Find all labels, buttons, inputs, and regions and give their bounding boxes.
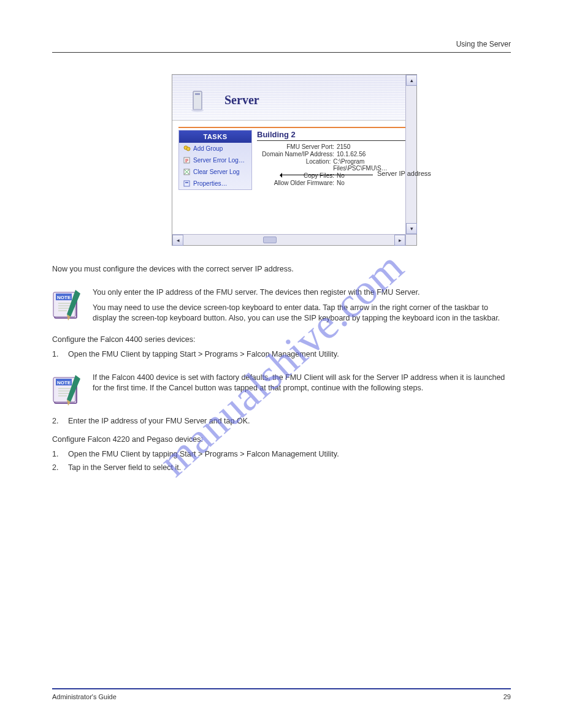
scroll-grip[interactable]: [263, 237, 277, 243]
step-text: Tap in the Server field to select it.: [68, 463, 181, 472]
header-rule: [52, 52, 511, 53]
detail-row: FMU Server Port:2150: [257, 143, 416, 150]
page: Using the Server Server TASKS Add Group …: [0, 0, 563, 501]
config-heading: Configure Falcon 4220 and Pegaso devices…: [52, 434, 511, 444]
note-block: NOTE If the Falcon 4400 device is set wi…: [52, 373, 511, 409]
task-error-log[interactable]: Server Error Log…: [179, 154, 251, 166]
detail-val: 2150: [337, 143, 350, 150]
task-add-group[interactable]: Add Group: [179, 143, 251, 154]
detail-key: Location:: [257, 158, 333, 172]
detail-key: FMU Server Port:: [257, 143, 337, 150]
footer-rule: [52, 688, 511, 689]
scroll-down-icon[interactable]: ▾: [406, 223, 417, 234]
server-details: Building 2 FMU Server Port:2150 Domain N…: [252, 130, 416, 190]
task-label: Server Error Log…: [193, 157, 245, 164]
svg-rect-1: [195, 93, 200, 95]
screenshot-title: Server: [224, 93, 259, 107]
detail-row: Allow Older Firmware:No: [257, 180, 416, 186]
para-intro: Now you must configure the devices with …: [52, 264, 511, 274]
clear-log-icon: [183, 168, 191, 176]
config-heading: Configure the Falcon 4400 series devices…: [52, 335, 511, 344]
tasks-header: TASKS: [179, 131, 251, 143]
scroll-corner: [405, 234, 416, 245]
scroll-right-icon[interactable]: ▸: [394, 235, 405, 246]
step-number: 2.: [52, 463, 63, 472]
scroll-left-icon[interactable]: ◂: [172, 235, 183, 246]
scroll-up-icon[interactable]: ▴: [406, 75, 417, 86]
properties-icon: [183, 180, 191, 188]
step-number: 2.: [52, 416, 63, 426]
screenshot-body: TASKS Add Group Server Error Log… Clear …: [172, 128, 416, 190]
details-heading: Building 2: [257, 130, 416, 141]
server-icon: [191, 90, 207, 112]
detail-key: Allow Older Firmware:: [257, 180, 337, 186]
error-log-icon: [183, 156, 191, 164]
page-footer: Administrator's Guide 29: [52, 688, 511, 700]
note-icon: NOTE: [52, 287, 84, 324]
detail-val: No: [337, 172, 345, 179]
body-text: Now you must configure the devices with …: [52, 264, 511, 473]
step-text: Open the FMU Client by tapping Start > P…: [68, 349, 339, 359]
callout-arrow: [281, 175, 373, 175]
note-text: If the Falcon 4400 device is set with fa…: [93, 373, 511, 398]
horizontal-scrollbar[interactable]: ◂▸: [172, 234, 416, 245]
note-para: You may need to use the device screen-to…: [93, 303, 511, 324]
screenshot-header: Server: [172, 75, 416, 121]
step-number: 1.: [52, 349, 63, 359]
detail-val: 10.1.62.56: [337, 151, 366, 157]
vertical-scrollbar[interactable]: ▴▾: [405, 75, 416, 234]
detail-key: Copy Files:: [257, 172, 337, 179]
note-text: You only enter the IP address of the FMU…: [93, 287, 511, 328]
step-text: Enter the IP address of your FMU Server …: [68, 416, 250, 426]
svg-rect-8: [185, 182, 188, 183]
svg-rect-7: [184, 181, 190, 186]
note-block: NOTE You only enter the IP address of th…: [52, 287, 511, 328]
page-header: Using the Server: [52, 40, 511, 48]
step-text: Open the FMU Client by tapping Start > P…: [68, 449, 339, 459]
svg-point-2: [191, 109, 204, 112]
detail-val: No: [337, 180, 345, 186]
add-group-icon: [183, 145, 191, 153]
detail-row: Domain Name/IP Address:10.1.62.56: [257, 151, 416, 157]
svg-point-4: [186, 147, 190, 151]
callout-label: Server IP address: [377, 170, 431, 177]
step-number: 1.: [52, 449, 63, 459]
tasks-panel: TASKS Add Group Server Error Log… Clear …: [178, 130, 252, 190]
note-para: You only enter the IP address of the FMU…: [93, 287, 511, 298]
note-icon: NOTE: [52, 373, 84, 409]
svg-text:NOTE: NOTE: [57, 295, 71, 300]
scroll-track[interactable]: [183, 235, 394, 245]
task-label: Add Group: [193, 145, 223, 152]
server-screenshot: Server TASKS Add Group Server Error Log……: [172, 74, 417, 246]
note-para: If the Falcon 4400 device is set with fa…: [93, 373, 511, 393]
task-label: Clear Server Log: [193, 169, 240, 175]
detail-key: Domain Name/IP Address:: [257, 151, 337, 157]
footer-left: Administrator's Guide: [52, 693, 117, 700]
footer-page-number: 29: [504, 693, 511, 700]
task-label: Properties…: [193, 180, 228, 187]
task-clear-log[interactable]: Clear Server Log: [179, 166, 251, 178]
task-properties[interactable]: Properties…: [179, 178, 251, 189]
svg-text:NOTE: NOTE: [57, 380, 71, 385]
